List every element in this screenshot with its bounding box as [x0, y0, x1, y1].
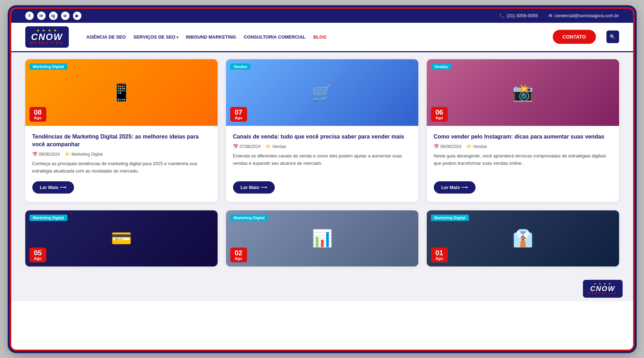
card-2-category: Vendas — [230, 63, 251, 70]
card-1: 📱 Marketing Digital 08 Ago Tendências de… — [25, 59, 218, 202]
bottom-card-3-day: 01 — [435, 249, 444, 256]
bottom-card-1-month: Ago — [34, 256, 42, 261]
card-2-excerpt: Entenda os diferentes canais de venda e … — [233, 153, 411, 175]
logo-box[interactable]: ★ ★ ★ ★ CNOW MARKETING — [25, 26, 69, 48]
bottom-card-2-category: Marketing Digital — [230, 215, 268, 221]
browser-frame: f in ig w ▶ 📞 (31) 3058-0055 ✉ comercial… — [10, 7, 635, 351]
card-1-day: 08 — [34, 109, 42, 116]
search-button[interactable]: 🔍 — [606, 31, 619, 43]
card-2-day: 07 — [234, 109, 243, 116]
card-3-date: 📅 06/08/2024 — [434, 144, 462, 149]
card-3-title: Como vender pelo Instagram: dicas para a… — [434, 133, 612, 141]
bottom-card-1-day: 05 — [34, 249, 42, 256]
card-2-month: Ago — [234, 116, 243, 120]
contato-button[interactable]: CONTATO — [553, 30, 596, 44]
card-1-excerpt: Conheça as principais tendências de mark… — [32, 160, 211, 175]
bottom-card-3-category: Marketing Digital — [431, 215, 469, 221]
card-3-meta-category: 📁 Vendas — [466, 144, 487, 149]
social-icons: f in ig w ▶ — [25, 12, 81, 20]
bottom-card-1-image: 💳 Marketing Digital 05 Ago — [25, 210, 218, 266]
email-icon: ✉ — [549, 13, 552, 18]
card-1-body: Tendências de Marketing Digital 2025: as… — [25, 126, 218, 202]
bottom-card-1-category: Marketing Digital — [29, 215, 68, 221]
bottom-card-3: 👔 Marketing Digital 01 Ago — [427, 210, 619, 266]
bottom-card-2-month: Ago — [234, 256, 243, 261]
card-1-title: Tendências de Marketing Digital 2025: as… — [32, 133, 211, 149]
card-3-read-more[interactable]: Ler Mais ⟶ — [434, 181, 476, 194]
card-2-bg: 🛒 — [226, 59, 418, 126]
folder-icon: 📁 — [65, 152, 70, 157]
card-3-date-badge: 06 Ago — [431, 107, 448, 122]
card-2-date: 📅 07/08/2024 — [233, 144, 261, 149]
wm-main: CNOW — [590, 285, 615, 292]
instagram-icon[interactable]: ig — [49, 12, 58, 20]
card-2-read-more[interactable]: Ler Mais ⟶ — [233, 181, 275, 194]
card-3-body: Como vender pelo Instagram: dicas para a… — [427, 126, 619, 202]
phone-icon: 📞 — [499, 13, 505, 18]
nav-blog[interactable]: BLOG — [313, 34, 327, 40]
email-item: ✉ comercial@somosagora.com.br — [549, 13, 619, 18]
card-2-date-badge: 07 Ago — [230, 107, 247, 122]
nav-agencia-seo[interactable]: AGÊNCIA DE SEO — [86, 34, 126, 40]
logo-area: ★ ★ ★ ★ CNOW MARKETING — [25, 26, 69, 48]
calendar-icon-2: 📅 — [233, 144, 238, 149]
card-2-meta: 📅 07/08/2024 📁 Vendas — [233, 144, 411, 149]
nav-servicos-seo[interactable]: SERVIÇOS DE SEO — [133, 34, 178, 40]
bottom-card-2-date-badge: 02 Ago — [230, 248, 247, 262]
bottom-card-2-image: 📊 Marketing Digital 02 Ago — [226, 210, 418, 266]
card-1-month: Ago — [34, 116, 42, 120]
card-2-body: Canais de venda: tudo que você precisa s… — [226, 126, 418, 202]
card-1-meta-category: 📁 Marketing Digital — [65, 152, 103, 157]
card-1-category: Marketing Digital — [29, 63, 68, 70]
card-1-date-badge: 08 Ago — [29, 107, 46, 122]
folder-icon-2: 📁 — [266, 144, 271, 149]
card-2-image: 🛒 Vendas 07 Ago — [226, 59, 418, 126]
card-2: 🛒 Vendas 07 Ago Canais de venda: tudo qu… — [226, 59, 418, 202]
nav-bar: ★ ★ ★ ★ CNOW MARKETING AGÊNCIA DE SEO SE… — [11, 23, 633, 52]
email-address: comercial@somosagora.com.br — [555, 13, 619, 18]
watermark-logo: ★ ★ ★ ★ CNOW MARKETING — [583, 280, 622, 298]
main-content: 📱 Marketing Digital 08 Ago Tendências de… — [11, 52, 633, 277]
watermark-area: ★ ★ ★ ★ CNOW MARKETING — [11, 277, 633, 301]
linkedin-icon[interactable]: in — [37, 12, 46, 20]
card-1-meta: 📅 08/08/2024 📁 Marketing Digital — [32, 152, 211, 157]
youtube-icon[interactable]: ▶ — [73, 12, 81, 20]
contact-info: 📞 (31) 3058-0055 ✉ comercial@somosagora.… — [499, 13, 619, 18]
card-1-image: 📱 Marketing Digital 08 Ago — [25, 59, 218, 126]
card-3-meta: 📅 06/08/2024 📁 Vendas — [434, 144, 612, 149]
card-3-bg: 📸 — [427, 59, 619, 126]
bottom-card-2: 📊 Marketing Digital 02 Ago — [226, 210, 418, 266]
nav-inbound-marketing[interactable]: INBOUND MARKETING — [186, 34, 236, 40]
cards-grid: 📱 Marketing Digital 08 Ago Tendências de… — [25, 59, 619, 202]
nav-consultoria-comercial[interactable]: CONSULTORIA COMERCIAL — [244, 34, 306, 40]
wm-sub: MARKETING — [588, 292, 617, 295]
nav-links: AGÊNCIA DE SEO SERVIÇOS DE SEO INBOUND M… — [86, 34, 542, 40]
bottom-card-3-image: 👔 Marketing Digital 01 Ago — [427, 210, 619, 266]
card-2-title: Canais de venda: tudo que você precisa s… — [233, 133, 411, 141]
logo-main: CNOW — [31, 32, 63, 41]
card-3-month: Ago — [435, 116, 444, 120]
bottom-card-2-day: 02 — [234, 249, 243, 256]
card-3-image: 📸 Vendas 06 Ago — [427, 59, 619, 126]
card-3-day: 06 — [435, 109, 444, 116]
phone-number: (31) 3058-0055 — [507, 13, 538, 18]
calendar-icon: 📅 — [32, 152, 38, 157]
card-3: 📸 Vendas 06 Ago Como vender pelo Instagr… — [427, 59, 619, 202]
card-1-read-more[interactable]: Ler Mais ⟶ — [32, 181, 74, 194]
facebook-icon[interactable]: f — [25, 12, 34, 20]
card-1-date: 📅 08/08/2024 — [32, 152, 60, 157]
card-2-meta-category: 📁 Vendas — [266, 144, 286, 149]
whatsapp-icon[interactable]: w — [61, 12, 69, 20]
bottom-card-1-date-badge: 05 Ago — [29, 248, 46, 262]
bottom-cards-grid: 💳 Marketing Digital 05 Ago 📊 Marketing D… — [25, 210, 619, 266]
calendar-icon-3: 📅 — [434, 144, 439, 149]
phone-item: 📞 (31) 3058-0055 — [499, 13, 538, 18]
bottom-card-1: 💳 Marketing Digital 05 Ago — [25, 210, 218, 266]
bottom-card-3-date-badge: 01 Ago — [431, 248, 448, 262]
top-bar: f in ig w ▶ 📞 (31) 3058-0055 ✉ comercial… — [11, 9, 633, 23]
folder-icon-3: 📁 — [466, 144, 472, 149]
card-3-excerpt: Neste guia abrangente, você aprenderá té… — [434, 153, 612, 175]
bottom-card-3-month: Ago — [435, 256, 444, 261]
logo-sub: MARKETING — [30, 41, 64, 45]
card-3-category: Vendas — [431, 63, 452, 70]
